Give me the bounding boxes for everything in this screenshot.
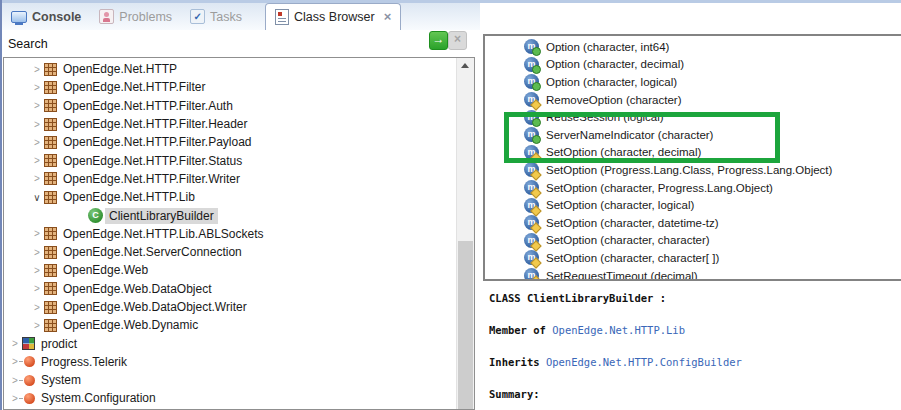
chevron-collapsed-icon[interactable]: > [30, 320, 44, 331]
package-icon [44, 99, 57, 112]
tree-item[interactable]: >System.Deployment [4, 408, 457, 409]
annotation-box [504, 112, 780, 163]
summary-label: Summary: [489, 386, 901, 402]
member-item[interactable]: mOption (character, decimal) [485, 56, 901, 74]
tab-tasks[interactable]: ✓ Tasks [181, 3, 251, 30]
tree-item[interactable]: >OpenEdge.Web.DataObject [4, 280, 457, 298]
chevron-collapsed-icon[interactable]: > [30, 173, 44, 184]
chevron-collapsed-icon[interactable]: > [30, 119, 44, 130]
package-icon [44, 81, 57, 94]
indent [4, 160, 30, 161]
member-item-label: Option (character, logical) [546, 76, 677, 88]
tree-item[interactable]: CClientLibraryBuilder [4, 206, 457, 224]
member-item-label: SetOption (character, datetime-tz) [546, 217, 719, 229]
package-tree-panel: >OpenEdge.Net.HTTP>OpenEdge.Net.HTTP.Fil… [3, 57, 475, 410]
tree-item[interactable]: >OpenEdge.Net.HTTP.Filter.Payload [4, 133, 457, 151]
close-tab-icon[interactable]: × [384, 12, 392, 22]
tree-item[interactable]: >OpenEdge.Net.ServerConnection [4, 243, 457, 261]
tab-console[interactable]: Console [2, 3, 90, 30]
chevron-collapsed-icon[interactable]: > [30, 228, 44, 239]
inherits-link[interactable]: OpenEdge.Net.HTTP.ConfigBuilder [546, 356, 742, 368]
chevron-collapsed-icon[interactable]: > [30, 100, 44, 111]
tree-item[interactable]: >OpenEdge.Net.HTTP.Lib.ABLSockets [4, 225, 457, 243]
package-icon [44, 118, 57, 131]
member-item[interactable]: mSetRequestTimeout (decimal) [485, 267, 901, 281]
tab-console-label: Console [32, 10, 81, 24]
tree-item[interactable]: >prodict [4, 334, 457, 352]
tree-item[interactable]: >OpenEdge.Net.HTTP.Filter.Writer [4, 170, 457, 188]
tree-item[interactable]: >OpenEdge.Net.HTTP.Filter.Header [4, 115, 457, 133]
tab-problems[interactable]: Problems [90, 3, 181, 30]
tree-item[interactable]: >OpenEdge.Net.HTTP [4, 60, 457, 78]
member-item-label: RemoveOption (character) [546, 94, 682, 106]
tasks-icon: ✓ [190, 9, 205, 24]
scrollbar-up-arrow-icon[interactable] [461, 63, 469, 68]
tree-item-label: System [37, 372, 85, 388]
class-icon: C [88, 208, 103, 223]
assembly-icon [24, 375, 35, 386]
tree-item[interactable]: >OpenEdge.Web.DataObject.Writer [4, 298, 457, 316]
chevron-collapsed-icon[interactable]: > [30, 247, 44, 258]
package-icon [44, 264, 57, 277]
member-item[interactable]: mSetOption (character, Progress.Lang.Obj… [485, 179, 901, 197]
assembly-icon [24, 393, 35, 404]
tree-item[interactable]: >System [4, 371, 457, 389]
tree-item-label: OpenEdge.Net.HTTP.Filter.Header [59, 116, 252, 132]
member-of-label: Member of [489, 324, 546, 336]
tree-item[interactable]: >OpenEdge.Net.HTTP.Filter.Status [4, 151, 457, 169]
chevron-collapsed-icon[interactable]: > [30, 155, 44, 166]
member-item[interactable]: mOption (character, logical) [485, 73, 901, 91]
chevron-collapsed-icon[interactable]: > [30, 64, 44, 75]
tree-item-label: ClientLibraryBuilder [105, 208, 218, 224]
tree-item[interactable]: >OpenEdge.Web [4, 261, 457, 279]
indent [4, 105, 30, 106]
tree-scrollbar[interactable] [456, 58, 474, 409]
method-icon: m [524, 57, 539, 72]
chevron-collapsed-icon[interactable]: > [30, 265, 44, 276]
dictionary-icon [22, 337, 35, 350]
console-icon [11, 11, 27, 23]
inherits-line: Inherits OpenEdge.Net.HTTP.ConfigBuilder [489, 354, 901, 370]
chevron-collapsed-icon[interactable]: > [30, 302, 44, 313]
search-clear-button[interactable]: × [448, 31, 467, 50]
tree-item-label: System.Configuration [37, 390, 160, 406]
tree-item-label: Progress.Telerik [37, 354, 131, 370]
class-info-panel: CLASS ClientLibraryBuilder : Member of O… [483, 281, 901, 410]
package-icon [44, 246, 57, 259]
chevron-collapsed-icon[interactable]: > [30, 283, 44, 294]
tree-item[interactable]: >OpenEdge.Net.HTTP.Filter.Auth [4, 97, 457, 115]
member-item[interactable]: mOption (character, int64) [485, 38, 901, 56]
indent [4, 178, 30, 179]
member-item[interactable]: mSetOption (character, character[ ]) [485, 249, 901, 267]
method-icon: m [524, 39, 539, 54]
tree-item-label: OpenEdge.Net.HTTP.Lib.ABLSockets [59, 226, 268, 242]
class-declaration: CLASS ClientLibraryBuilder : [489, 290, 901, 306]
chevron-collapsed-icon[interactable]: > [8, 338, 22, 349]
tree-item-label: OpenEdge.Web.DataObject.Writer [59, 299, 251, 315]
tree-item[interactable]: >System.Configuration [4, 389, 457, 407]
tree-item[interactable]: >OpenEdge.Net.HTTP.Filter [4, 78, 457, 96]
member-item[interactable]: mSetOption (character, datetime-tz) [485, 214, 901, 232]
member-item[interactable]: mRemoveOption (character) [485, 91, 901, 109]
chevron-collapsed-icon[interactable]: > [30, 137, 44, 148]
package-icon [44, 63, 57, 76]
tree-item-label: OpenEdge.Net.HTTP.Filter.Status [59, 153, 246, 169]
search-go-button[interactable]: → [429, 31, 448, 50]
chevron-expanded-icon[interactable]: ∨ [30, 192, 44, 203]
indent [4, 233, 30, 234]
chevron-collapsed-icon[interactable]: > [30, 82, 44, 93]
member-of-link[interactable]: OpenEdge.Net.HTTP.Lib [552, 324, 685, 336]
tree-item-label: OpenEdge.Web [59, 262, 152, 278]
indent [4, 69, 30, 70]
scrollbar-thumb[interactable] [458, 241, 473, 409]
package-icon [44, 136, 57, 149]
tree-item[interactable]: >Progress.Telerik [4, 353, 457, 371]
member-item[interactable]: mSetOption (character, logical) [485, 196, 901, 214]
indent [4, 307, 30, 308]
member-item[interactable]: mSetOption (character, character) [485, 232, 901, 250]
tab-class-browser[interactable]: Class Browser × [265, 3, 401, 30]
method-icon: m [524, 74, 539, 89]
tree-item[interactable]: ∨OpenEdge.Net.HTTP.Lib [4, 188, 457, 206]
tree-item[interactable]: >OpenEdge.Web.Dynamic [4, 316, 457, 334]
member-item[interactable]: mSetOption (Progress.Lang.Class, Progres… [485, 161, 901, 179]
